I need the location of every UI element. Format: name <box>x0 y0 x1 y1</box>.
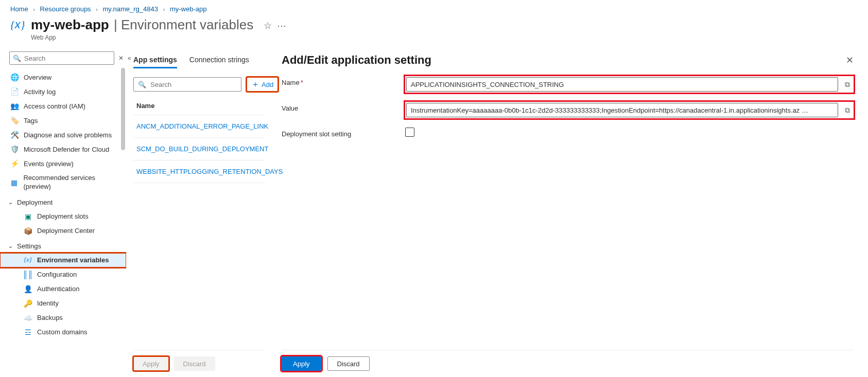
sidebar-item-backups[interactable]: ☁️Backups <box>0 311 126 325</box>
log-icon: 📄 <box>10 87 19 96</box>
more-icon[interactable]: ⋯ <box>277 20 286 31</box>
settings-search-input[interactable] <box>150 81 237 88</box>
crumb-webapp[interactable]: my-web-app <box>170 5 207 13</box>
sidebar-scrollbar[interactable] <box>120 68 126 377</box>
chevron-down-icon: ⌄ <box>8 199 13 206</box>
setting-row: SCM_DO_BUILD_DURING_DEPLOYMENT <box>133 137 265 160</box>
sidebar-item-tags[interactable]: 🏷️Tags <box>0 113 126 128</box>
page-title: my-web-app | Environment variables <box>31 17 253 33</box>
setting-name-input[interactable] <box>406 77 838 92</box>
panel-title: Add/Edit application setting <box>282 53 431 67</box>
discard-settings-button[interactable]: Discard <box>174 356 215 371</box>
slots-icon: ▣ <box>24 212 32 221</box>
tab-app-settings[interactable]: App settings <box>133 52 177 68</box>
setting-value-input[interactable] <box>406 103 838 117</box>
crumb-sep: › <box>33 6 35 12</box>
edit-setting-panel: Add/Edit application setting ✕ Name* ⧉ V… <box>271 48 868 377</box>
sidebar-item-recommended[interactable]: ▦Recommended services (preview) <box>0 171 126 194</box>
settings-column-header-name: Name <box>133 92 265 115</box>
events-icon: ⚡ <box>10 159 19 168</box>
env-var-icon: {x} <box>24 256 32 264</box>
setting-link[interactable]: ANCM_ADDITIONAL_ERROR_PAGE_LINK <box>136 122 268 130</box>
sidebar-item-identity[interactable]: 🔑Identity <box>0 296 126 311</box>
diagnose-icon: 🛠️ <box>10 131 19 139</box>
page-subtitle: Web App <box>31 34 253 41</box>
label-value: Value <box>282 102 405 112</box>
setting-row: WEBSITE_HTTPLOGGING_RETENTION_DAYS <box>133 160 265 183</box>
crumb-resource-groups[interactable]: Resource groups <box>40 5 91 13</box>
discard-button[interactable]: Discard <box>327 356 370 371</box>
search-icon: 🔍 <box>13 55 21 62</box>
setting-row: ANCM_ADDITIONAL_ERROR_PAGE_LINK <box>133 115 265 137</box>
tag-icon: 🏷️ <box>10 116 19 124</box>
plus-icon: ＋ <box>251 79 259 90</box>
box-icon: 📦 <box>24 227 32 235</box>
sidebar-nav: 🌐Overview 📄Activity log 👥Access control … <box>0 70 126 376</box>
sidebar: 🔍 ✕ « 🌐Overview 📄Activity log 👥Access co… <box>0 48 126 377</box>
chevron-down-icon: ⌄ <box>8 243 13 249</box>
identity-icon: 🔑 <box>24 299 32 308</box>
breadcrumb: Home › Resource groups › my.name_rg_4843… <box>0 0 868 17</box>
sidebar-item-events[interactable]: ⚡Events (preview) <box>0 156 126 171</box>
sidebar-item-authentication[interactable]: 👤Authentication <box>0 282 126 296</box>
slot-setting-checkbox[interactable] <box>405 128 414 137</box>
sidebar-item-custom-domains[interactable]: ☲Custom domains <box>0 325 126 339</box>
close-panel-button[interactable]: ✕ <box>846 55 854 66</box>
page-header: {x} my-web-app | Environment variables W… <box>0 17 868 48</box>
backup-icon: ☁️ <box>24 314 32 322</box>
sidebar-item-overview[interactable]: 🌐Overview <box>0 70 126 84</box>
auth-icon: 👤 <box>24 285 32 293</box>
crumb-sep: › <box>96 6 98 12</box>
apply-settings-button[interactable]: Apply <box>133 356 169 371</box>
search-icon: 🔍 <box>138 81 146 88</box>
setting-link[interactable]: SCM_DO_BUILD_DURING_DEPLOYMENT <box>136 145 268 153</box>
crumb-sep: › <box>163 6 165 12</box>
header-actions: ☆ ⋯ <box>264 20 286 31</box>
shield-icon: 🛡️ <box>10 145 19 153</box>
settings-search[interactable]: 🔍 <box>133 77 241 92</box>
sidebar-item-activity-log[interactable]: 📄Activity log <box>0 84 126 99</box>
domains-icon: ☲ <box>24 328 32 336</box>
pin-icon[interactable]: ☆ <box>264 20 272 31</box>
sidebar-item-deployment-slots[interactable]: ▣Deployment slots <box>0 209 126 224</box>
label-slot-setting: Deployment slot setting <box>282 128 405 138</box>
config-icon: ║║ <box>24 271 32 279</box>
copy-name-button[interactable]: ⧉ <box>842 79 853 89</box>
env-var-icon: {x} <box>10 18 26 33</box>
sidebar-search-input[interactable] <box>24 55 111 62</box>
tab-connection-strings[interactable]: Connection strings <box>189 52 249 68</box>
copy-value-button[interactable]: ⧉ <box>842 105 853 115</box>
setting-link[interactable]: WEBSITE_HTTPLOGGING_RETENTION_DAYS <box>136 168 283 175</box>
sidebar-item-defender[interactable]: 🛡️Microsoft Defender for Cloud <box>0 142 126 156</box>
crumb-home[interactable]: Home <box>10 5 28 13</box>
sidebar-group-settings[interactable]: ⌄Settings <box>0 238 126 253</box>
globe-icon: 🌐 <box>10 73 19 81</box>
people-icon: 👥 <box>10 102 19 110</box>
sidebar-group-deployment[interactable]: ⌄Deployment <box>0 194 126 209</box>
sidebar-item-environment-variables[interactable]: {x}Environment variables <box>0 253 126 267</box>
settings-column: App settings Connection strings 🔍 ＋ Add … <box>126 48 271 377</box>
sidebar-item-deployment-center[interactable]: 📦Deployment Center <box>0 224 126 238</box>
grid-icon: ▦ <box>10 178 18 187</box>
clear-search-icon[interactable]: ✕ <box>118 55 124 62</box>
apply-button[interactable]: Apply <box>282 356 321 371</box>
sidebar-item-iam[interactable]: 👥Access control (IAM) <box>0 99 126 113</box>
crumb-rg[interactable]: my.name_rg_4843 <box>103 5 158 13</box>
sidebar-search[interactable]: 🔍 <box>9 51 114 65</box>
sidebar-item-diagnose[interactable]: 🛠️Diagnose and solve problems <box>0 128 126 142</box>
label-name: Name* <box>282 76 405 86</box>
sidebar-item-configuration[interactable]: ║║Configuration <box>0 267 126 282</box>
settings-tabs: App settings Connection strings <box>133 52 265 69</box>
